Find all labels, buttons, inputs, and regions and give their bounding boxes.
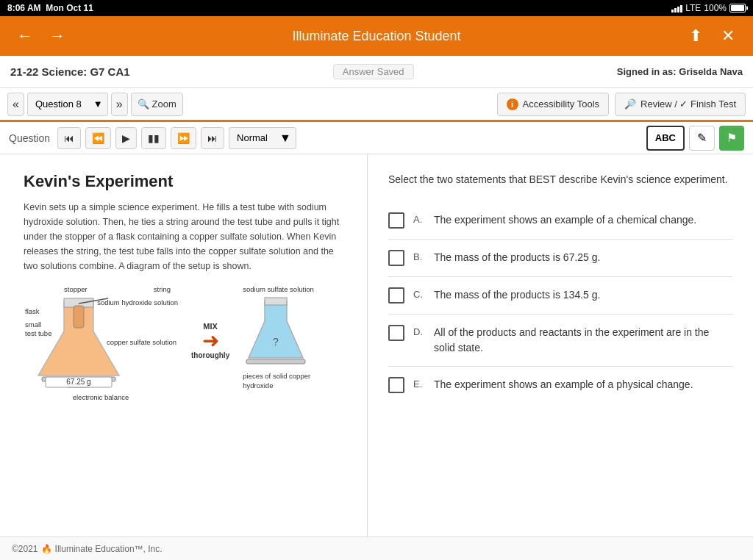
step-forward-button[interactable]: ⏩ xyxy=(171,127,196,149)
skip-to-end-button[interactable]: ⏭ xyxy=(201,127,224,149)
question-prompt: Select the two statements that BEST desc… xyxy=(388,172,732,187)
question-toolbar-label: Question xyxy=(9,132,50,144)
answer-panel: Select the two statements that BEST desc… xyxy=(368,154,753,536)
sodium-hydroxide-label: sodium hydroxide solution xyxy=(97,298,178,307)
passage-title: Kevin's Experiment xyxy=(24,172,349,191)
svg-rect-9 xyxy=(246,359,305,364)
mix-arrow-icon: ➜ xyxy=(202,331,219,351)
flask-label: flask xyxy=(25,307,40,315)
battery-percent: 100% xyxy=(704,3,727,13)
option-text-c: The mass of the products is 134.5 g. xyxy=(434,287,600,303)
option-letter-d: D. xyxy=(413,326,425,337)
footer-company: Illuminate Education™, Inc. xyxy=(55,544,163,554)
normal-dropdown-chevron[interactable]: ▼ xyxy=(275,127,296,149)
header-bar: 21-22 Science: G7 CA1 Answer Saved Signe… xyxy=(0,56,753,88)
lte-label: LTE xyxy=(685,3,701,13)
option-text-e: The experiment shows an example of a phy… xyxy=(434,377,693,392)
small-test-tube-label: smalltest tube xyxy=(25,320,51,339)
svg-text:67.25 g: 67.25 g xyxy=(66,378,90,386)
flask-right-section: sodium sulfate solution ? pieces of soli… xyxy=(243,285,331,390)
step-back-button[interactable]: ⏪ xyxy=(85,127,111,149)
copper-sulfate-label: copper sulfate solution xyxy=(107,338,176,347)
accessibility-button[interactable]: i Accessibility Tools xyxy=(497,93,610,116)
svg-text:?: ? xyxy=(273,336,279,348)
option-letter-c: C. xyxy=(413,289,425,300)
passage-panel: Kevin's Experiment Kevin sets up a simpl… xyxy=(0,154,368,536)
normal-label: Normal xyxy=(229,127,275,149)
checkbox-e[interactable] xyxy=(388,377,404,393)
answer-option-e: E. The experiment shows an example of a … xyxy=(388,367,732,403)
answer-option-d: D. All of the products and reactants in … xyxy=(388,315,732,367)
edit-icon: ✎ xyxy=(697,131,707,145)
option-text-a: The experiment shows an example of a che… xyxy=(434,212,696,228)
battery-icon xyxy=(729,3,746,13)
checkbox-c[interactable] xyxy=(388,287,404,304)
checkbox-d[interactable] xyxy=(388,325,404,341)
footer-copyright: ©2021 xyxy=(12,544,38,554)
flag-button[interactable]: ⚑ xyxy=(719,126,744,151)
answer-saved-status: Answer Saved xyxy=(333,64,414,79)
option-letter-b: B. xyxy=(413,251,425,262)
sodium-sulfate-label: sodium sulfate solution xyxy=(243,285,331,294)
flame-icon: 🔥 xyxy=(41,544,52,554)
passage-text: Kevin sets up a simple science experimen… xyxy=(24,200,349,273)
svg-rect-7 xyxy=(265,298,287,305)
answer-option-a: A. The experiment shows an example of a … xyxy=(388,202,732,240)
review-finish-button[interactable]: 🔎 Review / ✓ Finish Test xyxy=(615,93,746,116)
checkbox-b[interactable] xyxy=(388,250,404,266)
status-bar: 8:06 AM Mon Oct 11 LTE 100% xyxy=(0,0,753,16)
close-button[interactable]: ✕ xyxy=(715,23,741,49)
option-text-b: The mass of the products is 67.25 g. xyxy=(434,250,600,265)
play-button[interactable]: ▶ xyxy=(115,127,137,149)
status-time-date: 8:06 AM Mon Oct 11 xyxy=(7,3,93,13)
flask-right-svg: ? xyxy=(243,295,309,369)
option-text-d: All of the products and reactants in the… xyxy=(434,325,732,356)
experiment-diagram: stopper string sodium hydroxide solution xyxy=(24,285,349,401)
question-selector: Question 8 ▼ xyxy=(27,93,108,116)
question-toolbar: Question ⏮ ⏪ ▶ ▮▮ ⏩ ⏭ Normal ▼ ABC ✎ ⚑ xyxy=(0,122,753,154)
reading-mode-selector: Normal ▼ xyxy=(229,127,296,149)
info-icon: i xyxy=(507,98,518,110)
main-toolbar: « Question 8 ▼ » 🔍 Zoom i Accessibility … xyxy=(0,88,753,122)
question-dropdown-chevron[interactable]: ▼ xyxy=(89,93,108,116)
stop-button[interactable]: ▮▮ xyxy=(141,127,166,149)
flag-icon: ⚑ xyxy=(727,131,737,145)
checkbox-a[interactable] xyxy=(388,212,404,229)
app-title: Illuminate Education Student xyxy=(292,29,460,44)
course-title: 21-22 Science: G7 CA1 xyxy=(10,65,130,78)
electronic-balance-label: electronic balance xyxy=(24,393,178,401)
signal-icon xyxy=(671,4,682,12)
question-label: Question 8 xyxy=(27,93,89,116)
back-button[interactable]: ← xyxy=(12,23,38,49)
skip-to-start-button[interactable]: ⏮ xyxy=(57,127,81,149)
svg-rect-1 xyxy=(74,306,84,328)
option-letter-a: A. xyxy=(413,214,425,225)
prev-question-button[interactable]: « xyxy=(7,93,24,116)
next-question-button[interactable]: » xyxy=(111,93,128,116)
answer-options-list: A. The experiment shows an example of a … xyxy=(388,202,732,403)
forward-button[interactable]: → xyxy=(44,23,71,49)
mix-arrow-section: MIX ➜ thoroughly xyxy=(185,322,235,359)
share-button[interactable]: ⬆ xyxy=(682,23,709,49)
zoom-icon: 🔍 xyxy=(138,98,149,110)
string-label: string xyxy=(154,285,171,293)
zoom-button[interactable]: 🔍 Zoom xyxy=(131,93,183,116)
main-content: Kevin's Experiment Kevin sets up a simpl… xyxy=(0,154,753,536)
edit-button[interactable]: ✎ xyxy=(689,126,715,151)
answer-option-b: B. The mass of the products is 67.25 g. xyxy=(388,240,732,277)
stopper-label: stopper xyxy=(64,285,88,293)
footer: ©2021 🔥 Illuminate Education™, Inc. xyxy=(0,536,753,560)
option-letter-e: E. xyxy=(413,378,425,390)
answer-option-c: C. The mass of the products is 134.5 g. xyxy=(388,277,732,315)
solid-copper-label: pieces of solid copper hydroxide xyxy=(243,372,331,390)
nav-bar: ← → Illuminate Education Student ⬆ ✕ xyxy=(0,16,753,56)
signed-in-info: Signed in as: Griselda Nava xyxy=(617,66,743,77)
review-icon: 🔎 xyxy=(624,98,636,110)
abc-button[interactable]: ABC xyxy=(646,126,685,151)
status-indicators: LTE 100% xyxy=(671,3,746,13)
